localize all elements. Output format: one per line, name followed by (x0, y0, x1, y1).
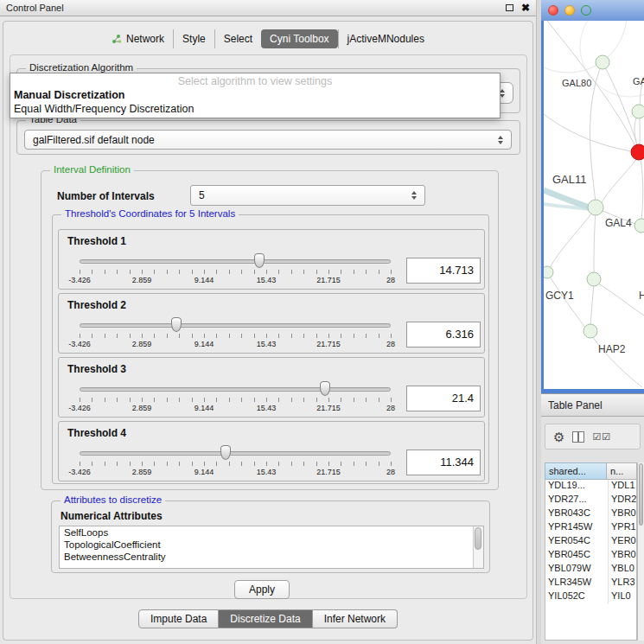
bottom-tab-impute-data[interactable]: Impute Data (138, 609, 219, 628)
table-data-select[interactable]: galFiltered.sif default node (24, 130, 512, 150)
table-row[interactable]: YDL19...YDL1 (545, 480, 636, 494)
bottom-tab-infer-network[interactable]: Infer Network (313, 609, 398, 628)
cell-shared-name: YBR043C (545, 507, 608, 521)
slider-scale-label: 9.144 (194, 340, 214, 348)
threshold-slider[interactable]: -3.4262.8599.14415.4321.71528 (80, 316, 391, 351)
numerical-attributes-list[interactable]: SelfLoopsTopologicalCoefficientBetweenne… (59, 526, 484, 569)
table-data-value: galFiltered.sif default node (33, 134, 155, 146)
slider-scale-label: -3.426 (68, 340, 91, 348)
threshold-value-field[interactable]: 14.713 (406, 258, 481, 284)
threshold-slider[interactable]: -3.4262.8599.14415.4321.71528 (80, 444, 391, 479)
network-node[interactable] (632, 105, 644, 118)
table-row[interactable]: YER054CYER0 (545, 535, 636, 549)
number-of-intervals-select[interactable]: 5 (190, 185, 425, 206)
table-row[interactable]: YIL052CYIL0 (545, 590, 636, 604)
network-node-highlighted[interactable] (631, 144, 644, 160)
zoom-button[interactable] (581, 5, 591, 16)
interval-definition-label: Interval Definition (50, 164, 134, 175)
control-panel-titlebar: Control Panel ✖ (0, 0, 536, 16)
cell-name: YDL1 (608, 480, 636, 494)
attribute-item[interactable]: TopologicalCoefficient (60, 539, 483, 551)
slider-ticks (80, 270, 392, 274)
tab-style[interactable]: Style (173, 29, 214, 48)
table-scrollbar-thumb[interactable] (639, 463, 643, 526)
threshold-slider[interactable]: -3.4262.8599.14415.4321.71528 (80, 380, 391, 415)
table-row[interactable]: YLR345WYLR3 (545, 577, 636, 590)
threshold-label: Threshold 3 (67, 363, 126, 375)
threshold-label: Threshold 4 (67, 427, 126, 439)
network-node[interactable] (544, 266, 553, 278)
algorithm-dropdown-popup: Select algorithm to view settings Manual… (10, 73, 501, 118)
control-panel-body: NetworkStyleSelectCyni ToolboxjActiveMNo… (3, 21, 533, 641)
tab-select[interactable]: Select (214, 29, 261, 48)
threshold-value-field[interactable]: 6.316 (406, 322, 481, 348)
tab-network[interactable]: Network (103, 29, 173, 48)
table-row[interactable]: YBL079WYBL0 (545, 563, 636, 577)
bottom-tab-discretize-data[interactable]: Discretize Data (219, 609, 312, 628)
threshold-panel: Threshold 3 -3.4262.8599.14415.4321.7152… (58, 357, 485, 418)
cell-name: YPR1 (608, 521, 636, 535)
slider-scale-label: -3.426 (68, 276, 91, 284)
cell-shared-name: YDL19... (545, 480, 608, 494)
column-header-name[interactable]: n... (607, 462, 637, 480)
table-panel-title: Table Panel (548, 399, 603, 411)
slider-scale: -3.4262.8599.14415.4321.71528 (80, 468, 391, 478)
network-node[interactable] (596, 55, 609, 69)
slider-scale-label: 2.859 (132, 404, 152, 412)
tab-jactivemnodules[interactable]: jActiveMNodules (338, 29, 433, 48)
cell-shared-name: YDR27... (545, 494, 608, 507)
slider-thumb[interactable] (171, 317, 182, 332)
network-node[interactable] (587, 272, 601, 286)
network-node-label: GCY1 (545, 290, 574, 302)
slider-thumb[interactable] (220, 445, 231, 460)
network-node[interactable] (634, 219, 644, 233)
table-row[interactable]: YDR27...YDR2 (545, 494, 636, 507)
top-tabs: NetworkStyleSelectCyni ToolboxjActiveMNo… (3, 29, 532, 48)
slider-scale-label: 15.43 (257, 276, 277, 284)
threshold-slider[interactable]: -3.4262.8599.14415.4321.71528 (80, 252, 391, 287)
attribute-item[interactable]: BetweennessCentrality (60, 551, 483, 563)
table-row[interactable]: YPR145WYPR1 (545, 521, 636, 535)
slider-ticks (80, 462, 392, 466)
attributes-scrollbar-thumb[interactable] (475, 527, 481, 550)
gear-icon[interactable]: ⚙ (553, 430, 564, 443)
tab-cyni-toolbox[interactable]: Cyni Toolbox (261, 29, 337, 48)
apply-button[interactable]: Apply (234, 580, 290, 599)
table-data-group: Table Data galFiltered.sif default node (16, 120, 520, 155)
table-panel-toolbar: ⚙ ☑☑ (545, 424, 641, 450)
slider-track[interactable] (80, 387, 391, 392)
threshold-value-field[interactable]: 21.4 (406, 386, 481, 411)
control-panel: Control Panel ✖ NetworkStyleSelectCyni T… (0, 0, 537, 644)
table-row[interactable]: YBR043CYBR0 (545, 507, 636, 521)
attribute-item[interactable]: SelfLoops (60, 526, 483, 539)
slider-thumb[interactable] (254, 253, 265, 268)
checkbox-icons[interactable]: ☑☑ (592, 431, 611, 442)
threshold-label: Threshold 2 (67, 299, 126, 311)
algorithm-popup-options: Manual DiscretizationEqual Width/Frequen… (10, 88, 500, 116)
close-icon[interactable]: ✖ (521, 3, 530, 12)
table-row[interactable]: YBR045CYBR0 (545, 549, 636, 563)
slider-thumb[interactable] (320, 381, 330, 396)
close-button[interactable] (548, 5, 558, 16)
table-rows: YDL19...YDL1YDR27...YDR2YBR043CYBR0YPR14… (545, 480, 637, 641)
slider-scale-label: 15.43 (257, 340, 277, 348)
slider-track[interactable] (80, 323, 391, 328)
slider-track[interactable] (80, 259, 391, 264)
cell-name: YER0 (608, 535, 636, 549)
combo-stepper-icon (498, 136, 503, 144)
network-node[interactable] (588, 200, 603, 215)
float-window-icon[interactable] (506, 4, 513, 11)
network-view-titlebar (541, 0, 644, 21)
columns-icon[interactable] (572, 431, 584, 443)
column-header-shared-name[interactable]: shared... (545, 462, 607, 480)
network-canvas[interactable]: GAL80GAGAL11GAL4GCY1HHAP2 (544, 21, 644, 389)
threshold-value-field[interactable]: 11.344 (406, 450, 481, 475)
slider-track[interactable] (80, 451, 391, 456)
network-node[interactable] (583, 324, 597, 338)
network-svg: GAL80GAGAL11GAL4GCY1HHAP2 (544, 21, 644, 389)
minimize-button[interactable] (564, 5, 575, 16)
attributes-scrollbar[interactable] (473, 526, 483, 568)
algorithm-option[interactable]: Manual Discretization (10, 88, 500, 102)
algorithm-option[interactable]: Equal Width/Frequency Discretization (10, 102, 500, 116)
table-scrollbar[interactable] (637, 462, 644, 641)
